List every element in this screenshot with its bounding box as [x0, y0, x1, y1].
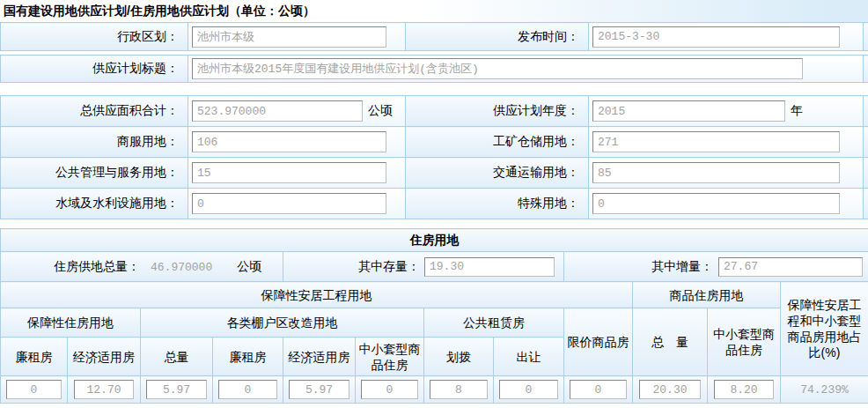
basic-info-table: 行政区划： 发布时间： — [0, 22, 868, 51]
industrial-storage-label: 工矿仓储用地： — [406, 127, 589, 158]
th-transfer: 出让 — [494, 338, 564, 376]
th-subtotal: 总量 — [141, 338, 213, 376]
stock-label: 其中存量： — [358, 259, 420, 275]
th-total-volume: 总 量 — [633, 308, 708, 376]
transport-label: 交通运输用地： — [406, 158, 589, 189]
stock-input[interactable] — [424, 257, 555, 277]
th-ratio: 保障性安居工程和中小套型商品房用地占比(%) — [781, 282, 868, 376]
stock-cell: 其中存量： — [283, 252, 564, 282]
total-area-unit: 公顷 — [368, 103, 393, 117]
water-facilities-label: 水域及水利设施用地： — [1, 189, 188, 219]
admin-division-label: 行政区划： — [1, 23, 188, 51]
value-input-price-limited[interactable] — [570, 380, 627, 399]
increment-input[interactable] — [718, 257, 863, 277]
value-input-economic-1[interactable] — [74, 380, 135, 399]
plan-year-input[interactable] — [592, 100, 785, 122]
housing-section-title: 住房用地 — [1, 229, 868, 252]
housing-total-cell: 住房供地总量：46.970000公顷 — [1, 252, 283, 282]
housing-total-label: 住房供地总量： — [1, 259, 140, 275]
value-input-allocation[interactable] — [430, 380, 488, 399]
table-cell — [564, 376, 633, 404]
th-small-commodity: 中小套型商品住房 — [708, 308, 781, 376]
plan-year-label: 供应计划年度： — [406, 96, 589, 127]
spacer — [0, 83, 868, 95]
special-land-label: 特殊用地： — [406, 189, 589, 219]
th-economic-1: 经济适用房 — [68, 338, 141, 376]
plan-title-input[interactable] — [192, 58, 803, 79]
value-input-low-rent-1[interactable] — [6, 380, 62, 399]
supply-area-table: 总供应面积合计： 公顷 供应计划年度： 年 商服用地： 工矿仓储用地： 公共管理… — [0, 95, 868, 219]
th-affordable-group: 保障性安居工程用地 — [1, 282, 633, 308]
spacer-cell — [864, 96, 868, 127]
page-title: 国有建设用地供应计划/住房用地供应计划（单位：公顷） — [0, 0, 868, 22]
table-cell — [494, 376, 564, 404]
housing-land-table: 住房用地 住房供地总量：46.970000公顷 其中存量： 其中增量： 保障性安… — [0, 228, 868, 404]
housing-total-unit: 公顷 — [237, 259, 261, 275]
value-input-small-commodity[interactable] — [714, 380, 775, 399]
table-cell — [708, 376, 781, 404]
th-low-rent-1: 廉租房 — [1, 338, 68, 376]
value-input-small-type[interactable] — [361, 380, 418, 399]
plan-year-unit: 年 — [791, 103, 803, 117]
public-mgmt-label: 公共管理与服务用地： — [1, 158, 188, 189]
table-cell — [356, 376, 424, 404]
table-cell — [141, 376, 213, 404]
spacer-cell — [864, 56, 868, 83]
table-cell — [633, 376, 708, 404]
th-low-rent-2: 廉租房 — [213, 338, 283, 376]
value-input-low-rent-2[interactable] — [218, 380, 276, 399]
total-area-label: 总供应面积合计： — [1, 96, 188, 127]
th-commodity-group: 商品住房用地 — [633, 282, 781, 308]
increment-cell: 其中增量： — [564, 252, 868, 282]
plan-title-label: 供应计划标题： — [1, 56, 188, 83]
table-cell — [213, 376, 283, 404]
increment-label: 其中增量： — [651, 259, 713, 275]
value-input-total-volume[interactable] — [639, 380, 702, 399]
th-public-rental: 公共租赁房 — [424, 308, 564, 338]
commercial-land-label: 商服用地： — [1, 127, 188, 158]
housing-total-value: 46.970000 — [151, 261, 212, 274]
th-shantytown: 各类棚户区改造用地 — [141, 308, 424, 338]
table-cell — [283, 376, 356, 404]
publish-date-label: 发布时间： — [406, 23, 589, 51]
transport-input[interactable] — [592, 162, 840, 183]
ratio-value: 74.239% — [781, 376, 868, 404]
spacer-cell — [864, 23, 868, 51]
value-input-subtotal[interactable] — [146, 380, 206, 399]
th-economic-2: 经济适用房 — [283, 338, 356, 376]
value-input-transfer[interactable] — [499, 380, 557, 399]
special-land-input[interactable] — [592, 193, 840, 214]
table-cell — [424, 376, 494, 404]
table-cell — [68, 376, 141, 404]
plan-title-table: 供应计划标题： — [0, 55, 868, 83]
admin-division-input[interactable] — [192, 26, 386, 48]
spacer-cell — [864, 127, 868, 158]
th-small-type: 中小套型商品住房 — [356, 338, 424, 376]
value-input-economic-2[interactable] — [289, 380, 349, 399]
th-affordable-housing: 保障性住房用地 — [1, 308, 141, 338]
table-cell — [1, 376, 68, 404]
total-area-input[interactable] — [192, 100, 363, 122]
spacer-cell — [864, 158, 868, 189]
commercial-land-input[interactable] — [192, 131, 386, 152]
land-supply-plan-form: 国有建设用地供应计划/住房用地供应计划（单位：公顷） 行政区划： 发布时间： 供… — [0, 0, 868, 408]
th-price-limited: 限价商品房 — [564, 308, 633, 376]
spacer — [0, 219, 868, 228]
publish-date-input[interactable] — [592, 26, 840, 48]
th-allocation: 划拨 — [424, 338, 494, 376]
public-mgmt-input[interactable] — [192, 162, 386, 183]
industrial-storage-input[interactable] — [592, 131, 840, 152]
spacer-cell — [864, 189, 868, 219]
water-facilities-input[interactable] — [192, 193, 386, 214]
